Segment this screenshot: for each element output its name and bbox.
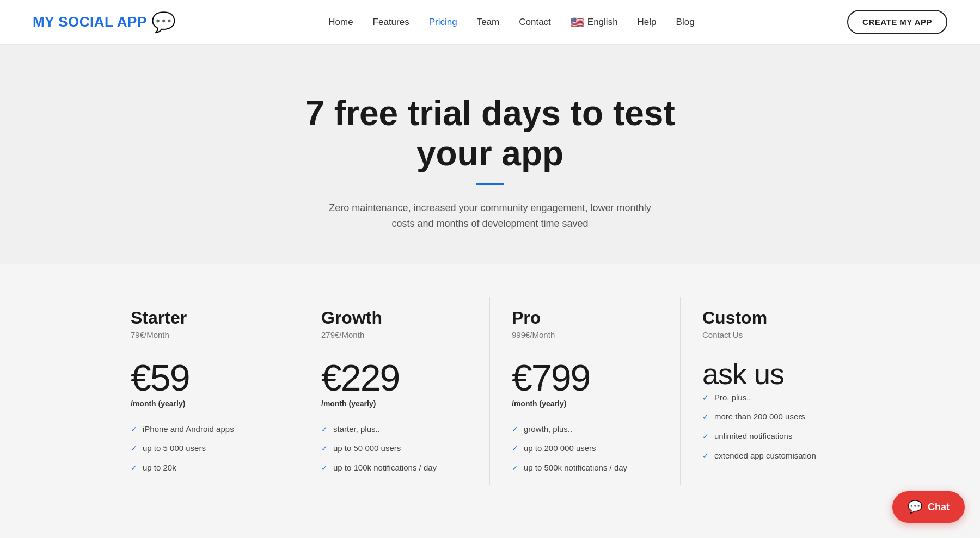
plan-custom-price: ask us bbox=[702, 359, 849, 388]
list-item: ✓up to 100k notifications / day bbox=[321, 462, 468, 474]
plan-pro-sub: 999€/Month bbox=[512, 330, 658, 339]
logo[interactable]: MY SOCIAL APP 💬 bbox=[33, 13, 176, 32]
check-icon: ✓ bbox=[512, 463, 518, 474]
plan-pro-price: €799 bbox=[512, 359, 658, 396]
list-item: ✓extended app customisation bbox=[702, 450, 849, 462]
list-item: ✓up to 50 000 users bbox=[321, 442, 468, 454]
list-item: ✓up to 20k bbox=[131, 462, 277, 474]
feature-text: up to 5 000 users bbox=[143, 442, 206, 454]
feature-text: up to 100k notifications / day bbox=[333, 462, 437, 473]
plan-growth-name: Growth bbox=[321, 308, 468, 328]
pricing-grid: Starter 79€/Month €59 /month (yearly) ✓i… bbox=[109, 297, 871, 485]
hero-subtitle: Zero maintenance, increased your communi… bbox=[327, 200, 653, 232]
chat-icon: 💬 bbox=[908, 500, 922, 514]
logo-icon: 💬 bbox=[151, 13, 176, 32]
plan-starter: Starter 79€/Month €59 /month (yearly) ✓i… bbox=[109, 297, 299, 485]
list-item: ✓more than 200 000 users bbox=[702, 411, 849, 423]
nav-team[interactable]: Team bbox=[477, 17, 500, 28]
nav: Home Features Pricing Team Contact 🇺🇸 En… bbox=[328, 16, 694, 29]
create-my-app-button[interactable]: CREATE MY APP bbox=[847, 10, 947, 34]
check-icon: ✓ bbox=[321, 443, 328, 454]
feature-text: growth, plus.. bbox=[524, 423, 572, 435]
plan-growth-sub: 279€/Month bbox=[321, 330, 468, 339]
plan-pro-name: Pro bbox=[512, 308, 658, 328]
list-item: ✓up to 200 000 users bbox=[512, 442, 658, 454]
feature-text: unlimited notifications bbox=[714, 430, 792, 442]
plan-starter-price: €59 bbox=[131, 359, 277, 396]
plan-starter-name: Starter bbox=[131, 308, 277, 328]
plan-custom-name: Custom bbox=[702, 308, 849, 328]
list-item: ✓Pro, plus.. bbox=[702, 392, 849, 404]
check-icon: ✓ bbox=[512, 424, 518, 435]
plan-custom-features: ✓Pro, plus.. ✓more than 200 000 users ✓u… bbox=[702, 392, 849, 461]
plan-growth-features: ✓starter, plus.. ✓up to 50 000 users ✓up… bbox=[321, 423, 468, 474]
plan-starter-sub: 79€/Month bbox=[131, 330, 277, 339]
list-item: ✓up to 500k notifications / day bbox=[512, 462, 658, 474]
feature-text: iPhone and Android apps bbox=[143, 423, 234, 435]
hero-divider bbox=[476, 183, 504, 185]
plan-starter-features: ✓iPhone and Android apps ✓up to 5 000 us… bbox=[131, 423, 277, 474]
chat-button[interactable]: 💬 Chat bbox=[892, 491, 965, 523]
nav-pricing[interactable]: Pricing bbox=[429, 17, 457, 28]
plan-custom: Custom Contact Us ask us ✓Pro, plus.. ✓m… bbox=[681, 297, 871, 485]
check-icon: ✓ bbox=[131, 424, 137, 435]
nav-contact[interactable]: Contact bbox=[519, 17, 551, 28]
header: MY SOCIAL APP 💬 Home Features Pricing Te… bbox=[0, 0, 980, 45]
check-icon: ✓ bbox=[702, 431, 709, 442]
check-icon: ✓ bbox=[131, 443, 137, 454]
plan-growth: Growth 279€/Month €229 /month (yearly) ✓… bbox=[299, 297, 490, 485]
plan-growth-price: €229 bbox=[321, 359, 468, 396]
list-item: ✓growth, plus.. bbox=[512, 423, 658, 435]
check-icon: ✓ bbox=[512, 443, 518, 454]
check-icon: ✓ bbox=[702, 451, 709, 462]
plan-pro-period: /month (yearly) bbox=[512, 399, 658, 408]
feature-text: up to 200 000 users bbox=[524, 442, 596, 454]
check-icon: ✓ bbox=[702, 412, 709, 423]
list-item: ✓up to 5 000 users bbox=[131, 442, 277, 454]
plan-growth-period: /month (yearly) bbox=[321, 399, 468, 408]
pricing-section: Starter 79€/Month €59 /month (yearly) ✓i… bbox=[0, 264, 980, 528]
feature-text: up to 500k notifications / day bbox=[524, 462, 627, 473]
feature-text: Pro, plus.. bbox=[714, 392, 751, 403]
hero-title: 7 free trial days to test your app bbox=[299, 94, 681, 174]
check-icon: ✓ bbox=[702, 393, 709, 404]
list-item: ✓starter, plus.. bbox=[321, 423, 468, 435]
chat-label: Chat bbox=[928, 502, 950, 513]
flag-icon: 🇺🇸 bbox=[571, 16, 584, 29]
hero-section: 7 free trial days to test your app Zero … bbox=[0, 45, 980, 264]
feature-text: up to 20k bbox=[143, 462, 176, 473]
plan-starter-period: /month (yearly) bbox=[131, 399, 277, 408]
nav-features[interactable]: Features bbox=[373, 17, 409, 28]
list-item: ✓unlimited notifications bbox=[702, 430, 849, 442]
check-icon: ✓ bbox=[321, 424, 328, 435]
nav-home[interactable]: Home bbox=[328, 17, 353, 28]
list-item: ✓iPhone and Android apps bbox=[131, 423, 277, 435]
plan-pro: Pro 999€/Month €799 /month (yearly) ✓gro… bbox=[490, 297, 681, 485]
language-selector[interactable]: 🇺🇸 English bbox=[571, 16, 618, 29]
check-icon: ✓ bbox=[131, 463, 137, 474]
feature-text: starter, plus.. bbox=[333, 423, 380, 435]
check-icon: ✓ bbox=[321, 463, 328, 474]
language-label: English bbox=[587, 17, 618, 28]
plan-custom-sub: Contact Us bbox=[702, 330, 849, 339]
feature-text: up to 50 000 users bbox=[333, 442, 401, 454]
feature-text: more than 200 000 users bbox=[714, 411, 805, 422]
plan-pro-features: ✓growth, plus.. ✓up to 200 000 users ✓up… bbox=[512, 423, 658, 474]
logo-text: MY SOCIAL APP bbox=[33, 14, 147, 30]
nav-help[interactable]: Help bbox=[638, 17, 657, 28]
nav-blog[interactable]: Blog bbox=[676, 17, 695, 28]
feature-text: extended app customisation bbox=[714, 450, 816, 461]
